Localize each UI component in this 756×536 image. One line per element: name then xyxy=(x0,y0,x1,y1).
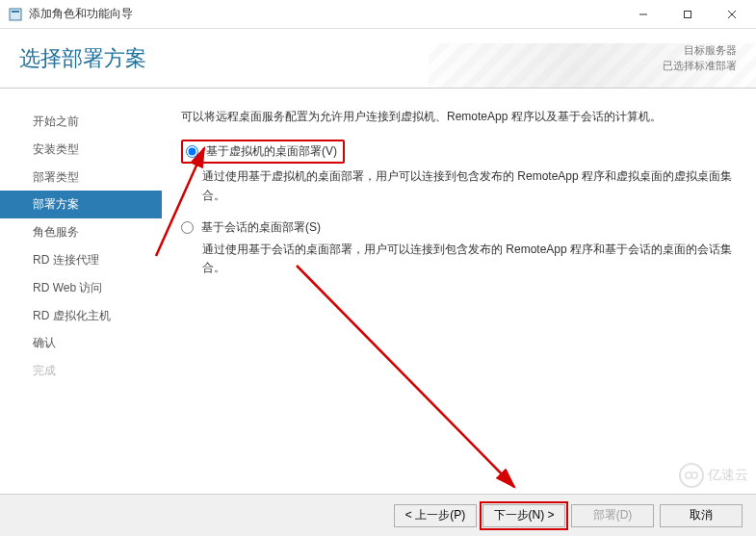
svg-rect-0 xyxy=(10,9,21,20)
sidebar-item-rd-connection-broker[interactable]: RD 连接代理 xyxy=(0,246,162,274)
option-session-based-desc: 通过使用基于会话的桌面部署，用户可以连接到包含发布的 RemoteApp 程序和… xyxy=(202,241,733,277)
sidebar-item-finish: 完成 xyxy=(0,357,162,385)
option-session-based: 基于会话的桌面部署(S) 通过使用基于会话的桌面部署，用户可以连接到包含发布的 … xyxy=(181,218,733,278)
page-title: 选择部署方案 xyxy=(19,44,146,73)
sidebar-item-confirm[interactable]: 确认 xyxy=(0,329,162,357)
sidebar-item-deploy-type[interactable]: 部署类型 xyxy=(0,164,162,191)
window-controls xyxy=(621,0,754,29)
intro-text: 可以将远程桌面服务配置为允许用户连接到虚拟机、RemoteApp 程序以及基于会… xyxy=(181,108,733,126)
content: 可以将远程桌面服务配置为允许用户连接到虚拟机、RemoteApp 程序以及基于会… xyxy=(162,89,756,493)
sidebar: 开始之前 安装类型 部署类型 部署方案 角色服务 RD 连接代理 RD Web … xyxy=(0,89,162,493)
body: 开始之前 安装类型 部署类型 部署方案 角色服务 RD 连接代理 RD Web … xyxy=(0,89,756,493)
server-value: 已选择标准部署 xyxy=(663,59,737,73)
svg-rect-3 xyxy=(685,11,691,17)
footer: < 上一步(P) 下一步(N) > 部署(D) 取消 xyxy=(0,494,756,536)
option-vm-based: 基于虚拟机的桌面部署(V) 通过使用基于虚拟机的桌面部署，用户可以连接到包含发布… xyxy=(181,140,733,205)
sidebar-item-rd-web-access[interactable]: RD Web 访问 xyxy=(0,274,162,302)
sidebar-item-install-type[interactable]: 安装类型 xyxy=(0,136,162,164)
next-button[interactable]: 下一步(N) > xyxy=(482,504,565,527)
radio-session-based[interactable] xyxy=(181,221,194,234)
close-button[interactable] xyxy=(710,0,754,29)
svg-rect-1 xyxy=(12,11,19,13)
radio-vm-based-label: 基于虚拟机的桌面部署(V) xyxy=(206,142,337,161)
cancel-button[interactable]: 取消 xyxy=(660,504,743,527)
titlebar: 添加角色和功能向导 xyxy=(0,0,756,29)
sidebar-item-before-begin[interactable]: 开始之前 xyxy=(0,108,162,136)
wizard-icon xyxy=(8,7,23,22)
sidebar-item-rd-virtualization-host[interactable]: RD 虚拟化主机 xyxy=(0,302,162,330)
radio-vm-based[interactable] xyxy=(186,145,198,158)
radio-session-based-label: 基于会话的桌面部署(S) xyxy=(201,218,321,237)
sidebar-item-role-services[interactable]: 角色服务 xyxy=(0,218,162,246)
maximize-button[interactable] xyxy=(665,0,710,29)
server-label: 目标服务器 xyxy=(663,43,737,58)
radio-vm-based-row[interactable]: 基于虚拟机的桌面部署(V) xyxy=(181,140,345,164)
prev-button[interactable]: < 上一步(P) xyxy=(394,504,477,527)
server-info: 目标服务器 已选择标准部署 xyxy=(663,43,737,73)
minimize-button[interactable] xyxy=(621,0,665,29)
header: 选择部署方案 目标服务器 已选择标准部署 xyxy=(0,29,756,89)
window-title: 添加角色和功能向导 xyxy=(29,6,621,22)
radio-session-based-row[interactable]: 基于会话的桌面部署(S) xyxy=(181,218,733,237)
deploy-button: 部署(D) xyxy=(571,504,654,527)
option-vm-based-desc: 通过使用基于虚拟机的桌面部署，用户可以连接到包含发布的 RemoteApp 程序… xyxy=(202,167,733,204)
sidebar-item-deploy-scheme[interactable]: 部署方案 xyxy=(0,191,162,218)
